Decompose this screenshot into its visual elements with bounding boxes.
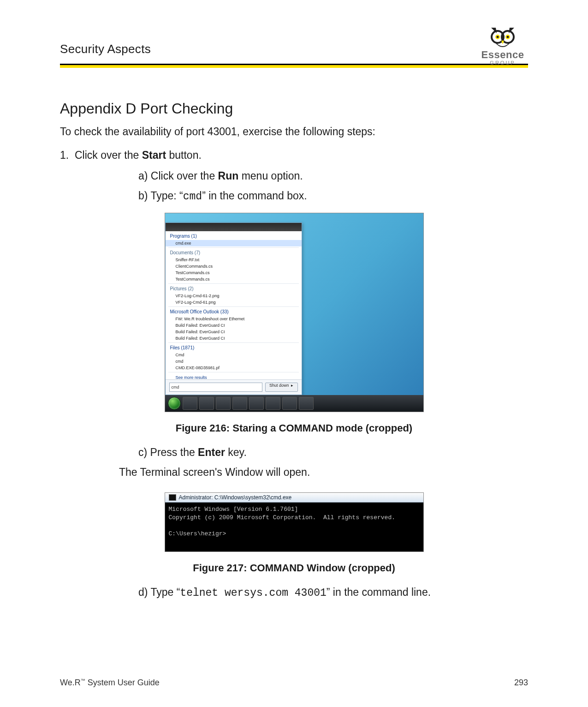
start-menu-item[interactable]: cmd.exe: [166, 240, 302, 246]
brand-name: Essence: [477, 49, 528, 61]
start-menu-search-input[interactable]: cmd: [169, 383, 262, 392]
start-menu-item[interactable]: Build Failed: EverGuard CI: [166, 329, 302, 335]
system-tray[interactable]: [384, 399, 421, 408]
figure-216-caption: Figure 216: Staring a COMMAND mode (crop…: [60, 422, 528, 434]
start-orb-icon[interactable]: [168, 397, 181, 410]
start-menu: Programs (1) cmd.exe Documents (7) Sniff…: [165, 222, 302, 395]
step-1b: b) Type: “cmd” in the command box.: [60, 190, 528, 203]
taskbar-button[interactable]: [199, 397, 214, 410]
cmd-output[interactable]: Microsoft Windows [Version 6.1.7601] Cop…: [165, 503, 423, 551]
svg-point-4: [497, 36, 499, 38]
taskbar-button[interactable]: [249, 397, 264, 410]
figure-216: Programs (1) cmd.exe Documents (7) Sniff…: [165, 213, 424, 412]
terminal-note: The Terminal screen's Window will open.: [60, 466, 528, 479]
intro-text: To check the availability of port 43001,…: [60, 126, 528, 138]
start-menu-item[interactable]: FW: We.R troubleshoot over Ethernet: [166, 316, 302, 322]
cmd-titlebar: Administrator: C:\Windows\system32\cmd.e…: [165, 493, 423, 503]
start-menu-item[interactable]: Sniffer-RF.txt: [166, 257, 302, 263]
step-1d: d) Type “telnet wersys.com 43001” in the…: [60, 586, 528, 599]
figure-217: Administrator: C:\Windows\system32\cmd.e…: [165, 492, 424, 552]
start-menu-files-hdr: Files (1871): [166, 344, 302, 352]
owl-icon: [487, 26, 519, 51]
step-1: 1. Click over the Start button.: [60, 149, 528, 162]
start-menu-see-more[interactable]: See more results: [166, 373, 302, 379]
shutdown-button[interactable]: Shut down ▸: [265, 383, 298, 392]
start-menu-item[interactable]: ClientCommands.cs: [166, 263, 302, 270]
section-title: Security Aspects: [60, 42, 151, 66]
figure-217-caption: Figure 217: COMMAND Window (cropped): [60, 562, 528, 574]
start-menu-item[interactable]: CMD.EXE-08D35981.pf: [166, 365, 302, 371]
cmd-title: Administrator: C:\Windows\system32\cmd.e…: [179, 494, 292, 501]
start-menu-item[interactable]: Build Failed: EverGuard CI: [166, 335, 302, 342]
page-title: Appendix D Port Checking: [60, 100, 528, 117]
taskbar-button[interactable]: [183, 397, 197, 410]
taskbar-button[interactable]: [216, 397, 231, 410]
svg-point-5: [507, 36, 509, 38]
taskbar-button[interactable]: [299, 397, 314, 410]
start-menu-item[interactable]: VF2-Log-Cmd-61.png: [166, 299, 302, 306]
start-menu-pictures-hdr: Pictures (2): [166, 285, 302, 293]
step-1c: c) Press the Enter key.: [60, 446, 528, 459]
taskbar-button[interactable]: [266, 397, 280, 410]
taskbar: [165, 395, 423, 412]
start-menu-outlook-hdr: Microsoft Office Outlook (33): [166, 308, 302, 316]
step-1a: a) Click over the Run menu option.: [60, 170, 528, 182]
start-menu-item[interactable]: cmd: [166, 358, 302, 365]
footer-left: We.R™ System User Guide: [60, 678, 160, 688]
start-menu-item[interactable]: TestCommands.cs: [166, 270, 302, 276]
start-menu-programs-hdr: Programs (1): [166, 232, 302, 240]
start-menu-item[interactable]: Build Failed: EverGuard CI: [166, 322, 302, 329]
start-menu-documents-hdr: Documents (7): [166, 249, 302, 257]
start-menu-item[interactable]: VF2-Log-Cmd-61-2.png: [166, 293, 302, 299]
page-number: 293: [514, 678, 528, 688]
start-menu-item[interactable]: Cmd: [166, 352, 302, 358]
taskbar-button[interactable]: [282, 397, 297, 410]
start-menu-item[interactable]: TestCommands.cs: [166, 276, 302, 282]
cmd-icon: [169, 494, 176, 501]
taskbar-button[interactable]: [232, 397, 247, 410]
brand-logo: Essence GROUP: [477, 26, 528, 66]
